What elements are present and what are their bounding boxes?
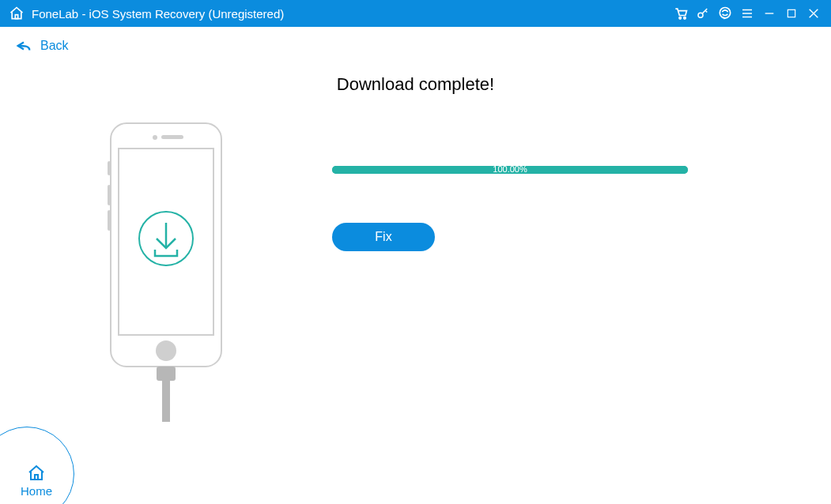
app-logo-house-icon — [8, 5, 25, 22]
svg-rect-23 — [162, 381, 170, 422]
svg-rect-17 — [161, 135, 183, 139]
fix-button[interactable]: Fix — [332, 223, 435, 251]
home-label: Home — [21, 484, 52, 498]
close-button[interactable] — [803, 3, 824, 24]
svg-rect-0 — [15, 15, 17, 19]
minimize-button[interactable] — [759, 3, 780, 24]
key-icon[interactable] — [693, 3, 713, 24]
main-content: Download complete! — [0, 65, 831, 504]
svg-point-2 — [684, 17, 686, 20]
back-arrow-icon — [15, 39, 32, 52]
maximize-button[interactable] — [781, 3, 802, 24]
nav-bar: Back — [0, 27, 831, 65]
feedback-icon[interactable] — [715, 3, 735, 24]
progress-percent-label: 100.00% — [332, 164, 688, 175]
svg-rect-22 — [157, 367, 176, 381]
back-button[interactable]: Back — [6, 33, 84, 58]
menu-icon[interactable] — [737, 3, 757, 24]
back-label: Back — [40, 39, 69, 53]
iphone-illustration — [95, 122, 237, 422]
svg-point-21 — [156, 340, 176, 361]
svg-point-4 — [720, 8, 730, 18]
svg-rect-14 — [108, 185, 111, 205]
progress-bar: 100.00% — [332, 166, 688, 174]
svg-rect-9 — [788, 9, 795, 17]
cart-icon[interactable] — [670, 3, 691, 24]
svg-rect-24 — [35, 475, 38, 480]
svg-rect-13 — [108, 161, 111, 175]
home-icon — [26, 464, 47, 483]
titlebar: FoneLab - iOS System Recovery (Unregiste… — [0, 0, 831, 27]
svg-point-3 — [698, 13, 703, 17]
svg-point-1 — [679, 17, 682, 20]
page-title: Download complete! — [0, 74, 831, 95]
svg-rect-15 — [108, 210, 111, 231]
device-illustration — [0, 112, 332, 422]
svg-point-16 — [153, 135, 157, 140]
app-title: FoneLab - iOS System Recovery (Unregiste… — [32, 7, 284, 21]
